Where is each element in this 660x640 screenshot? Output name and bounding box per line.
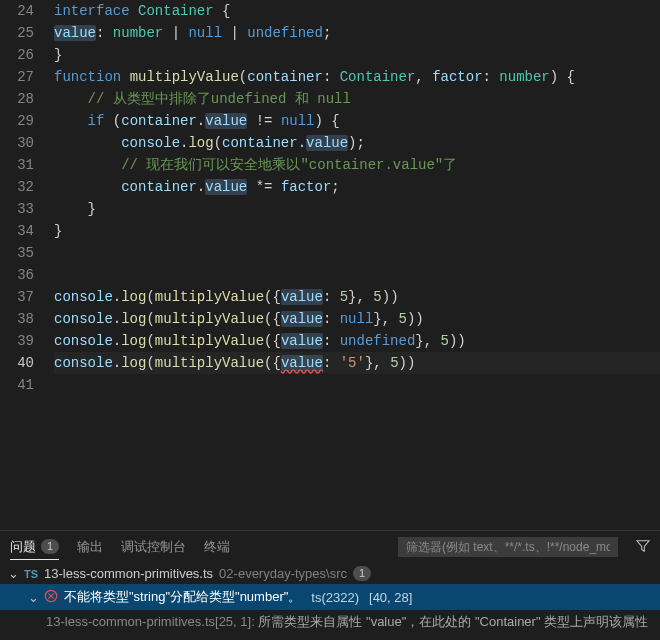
typescript-file-icon: TS [24,568,38,580]
problems-count-badge: 1 [41,539,59,554]
chevron-down-icon: ⌄ [28,590,38,605]
problem-item[interactable]: ⌄ 不能将类型"string"分配给类型"number"。 ts(2322) [… [0,584,660,610]
problem-file-row[interactable]: ⌄ TS 13-less-common-primitives.ts 02-eve… [0,563,660,584]
filter-icon[interactable] [636,539,650,556]
tab-debug-console[interactable]: 调试控制台 [121,538,186,556]
tab-terminal[interactable]: 终端 [204,538,230,556]
problem-related-info[interactable]: 13-less-common-primitives.ts[25, 1]: 所需类… [0,610,660,634]
problems-panel: 问题 1 输出 调试控制台 终端 ⌄ TS 13-less-common-pri… [0,530,660,640]
problems-list: ⌄ TS 13-less-common-primitives.ts 02-eve… [0,563,660,640]
editor-area: 242526 272829 303132 333435 363738 39404… [0,0,660,530]
tab-output[interactable]: 输出 [77,538,103,556]
problem-file-name: 13-less-common-primitives.ts [44,566,213,581]
panel-tabs: 问题 1 输出 调试控制台 终端 [0,531,660,563]
problem-file-path: 02-everyday-types\src [219,566,347,581]
problem-message: 不能将类型"string"分配给类型"number"。 [64,588,301,606]
error-icon [44,589,58,606]
file-problem-count: 1 [353,566,371,581]
problem-location: [40, 28] [369,590,412,605]
code-content[interactable]: interface Container { value: number | nu… [48,0,660,530]
chevron-down-icon: ⌄ [8,566,18,581]
problems-filter-input[interactable] [398,537,618,557]
line-number-gutter: 242526 272829 303132 333435 363738 39404… [0,0,48,530]
tab-problems[interactable]: 问题 1 [10,538,59,560]
problem-code: ts(2322) [311,590,359,605]
